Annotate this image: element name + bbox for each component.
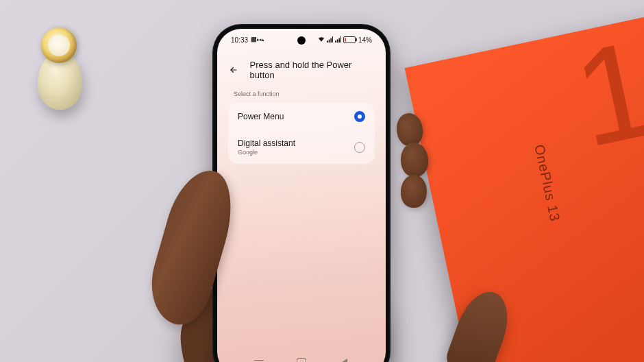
battery-icon [343, 36, 356, 43]
radio-unchecked-icon [354, 142, 365, 153]
page-header: Press and hold the Power button [217, 56, 386, 84]
page-title: Press and hold the Power button [250, 60, 376, 80]
scene-background: 13 OnePlus 13 10:33 ⬛ ▸◂ ▴ [0, 0, 644, 362]
wifi-icon [318, 36, 325, 44]
home-icon [297, 358, 306, 362]
status-left-icons: ⬛ ▸◂ ▴ [251, 37, 264, 43]
options-card: Power Menu Digital assistant Google [228, 103, 375, 164]
option-title: Digital assistant [238, 138, 295, 148]
signal-icon-2 [335, 36, 341, 44]
desk-clock-face [41, 27, 77, 63]
option-power-menu[interactable]: Power Menu [228, 103, 375, 130]
back-triangle-icon [341, 359, 347, 362]
nav-back-button[interactable] [338, 357, 350, 362]
nav-recent-button[interactable] [253, 357, 265, 362]
option-title: Power Menu [238, 112, 284, 121]
settings-content: Select a function Power Menu Digital ass… [217, 90, 386, 164]
front-camera [297, 36, 306, 45]
battery-percent: 14% [358, 36, 372, 44]
section-label: Select a function [234, 90, 369, 97]
nav-home-button[interactable] [295, 357, 308, 362]
phone-frame: 10:33 ⬛ ▸◂ ▴ 14% [212, 24, 391, 362]
box-number: 13 [564, 7, 644, 169]
back-button[interactable] [227, 63, 240, 77]
box-brand-text: OnePlus 13 [531, 143, 562, 224]
status-time: 10:33 [231, 36, 248, 44]
option-digital-assistant[interactable]: Digital assistant Google [228, 130, 375, 164]
radio-checked-icon [354, 111, 365, 122]
navigation-bar [217, 352, 386, 362]
signal-icon-1 [327, 36, 333, 44]
back-arrow-icon [230, 66, 238, 74]
phone-screen: 10:33 ⬛ ▸◂ ▴ 14% [217, 29, 386, 362]
option-subtitle: Google [238, 149, 295, 156]
product-box: 13 OnePlus 13 [405, 8, 644, 362]
